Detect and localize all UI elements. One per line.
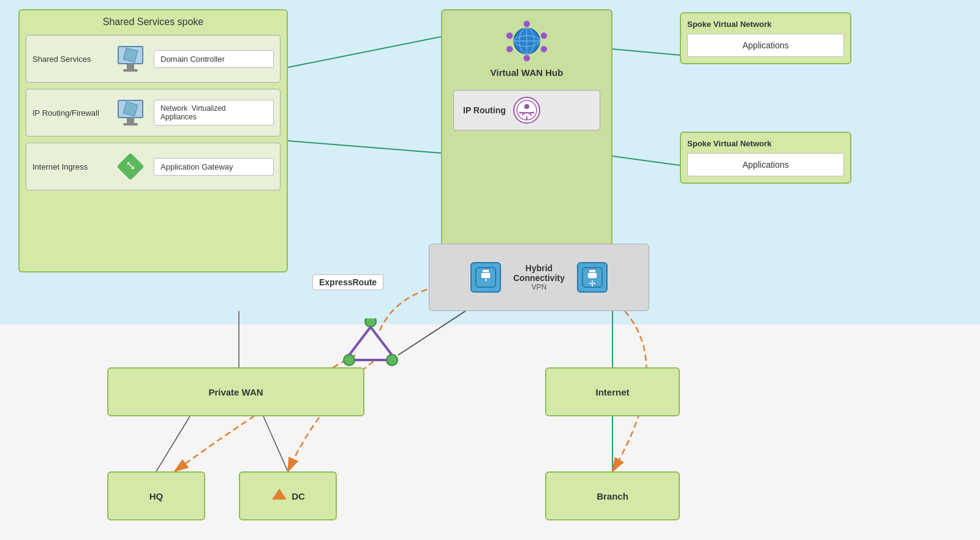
vwan-hub: Virtual WAN Hub IP Routing <box>441 9 612 272</box>
private-wan: Private WAN <box>107 367 364 416</box>
svg-line-44 <box>349 327 371 355</box>
svg-point-15 <box>541 32 548 39</box>
hybrid-center: HybridConnectivity VPN <box>513 263 565 291</box>
nva-label: Network VirtualizedAppliances <box>154 100 274 126</box>
vpn-icon-left: ✛ <box>470 262 501 293</box>
svg-point-42 <box>344 354 355 366</box>
service-label-shared: Shared Services <box>32 54 112 64</box>
vwan-title: Virtual WAN Hub <box>491 67 564 78</box>
shared-services-row: Shared Services Domain Controller <box>26 35 281 83</box>
svg-point-19 <box>507 32 513 39</box>
dc-arrow-icon <box>271 487 288 504</box>
hq-label: HQ <box>149 491 164 501</box>
monitor-icon-2 <box>112 94 149 131</box>
svg-point-26 <box>524 104 529 109</box>
svg-rect-36 <box>481 272 491 279</box>
applications-1: Applications <box>687 34 844 57</box>
expressroute-triangle-icon <box>343 318 398 370</box>
svg-marker-31 <box>532 111 534 114</box>
internet-label: Internet <box>595 387 629 397</box>
service-label-ip: IP Routing/Firewall <box>32 108 112 118</box>
shared-services-spoke: Shared Services spoke Shared Services Do… <box>18 9 288 272</box>
svg-marker-32 <box>526 118 528 120</box>
svg-rect-39 <box>587 272 597 279</box>
branch-label: Branch <box>597 491 628 501</box>
hybrid-connectivity: ✛ HybridConnectivity VPN ✛ <box>429 244 649 311</box>
vpn-label: VPN <box>532 283 547 291</box>
ip-routing-firewall-row: IP Routing/Firewall Network VirtualizedA… <box>26 89 281 137</box>
app-gateway-label: Application Gateway <box>154 158 274 176</box>
dc-label: DC <box>292 491 305 501</box>
branch-box: Branch <box>545 471 680 520</box>
svg-marker-47 <box>272 489 287 500</box>
svg-point-41 <box>365 318 376 327</box>
svg-point-17 <box>524 55 530 62</box>
vpn-icon-right: ✛ <box>577 262 608 293</box>
service-label-internet: Internet Ingress <box>32 162 112 171</box>
svg-marker-30 <box>519 111 522 114</box>
private-wan-label: Private WAN <box>208 387 263 397</box>
globe-icon <box>505 20 548 62</box>
ip-routing-label: IP Routing <box>463 105 506 115</box>
spoke-vnet-2-title: Spoke Virtual Network <box>687 139 844 148</box>
svg-line-45 <box>371 327 392 355</box>
svg-point-18 <box>507 46 513 53</box>
hq-box: HQ <box>107 471 205 520</box>
routing-icon <box>513 97 540 124</box>
dc-box: DC <box>239 471 337 520</box>
svg-point-14 <box>524 21 530 28</box>
svg-point-16 <box>541 46 548 53</box>
internet-ingress-row: Internet Ingress ⤡ Application Gateway <box>26 143 281 190</box>
svg-text:⤡: ⤡ <box>126 159 136 172</box>
spoke-vnet-1-title: Spoke Virtual Network <box>687 20 844 29</box>
monitor-icon-1 <box>112 40 149 77</box>
spoke-vnet-1: Spoke Virtual Network Applications <box>680 12 851 64</box>
hybrid-title: HybridConnectivity <box>513 263 565 283</box>
spoke-title: Shared Services spoke <box>26 17 281 28</box>
svg-text:✛: ✛ <box>589 279 596 288</box>
spoke-vnet-2: Spoke Virtual Network Applications <box>680 132 851 184</box>
expressroute-label: ExpressRoute <box>312 274 383 290</box>
internet-box: Internet <box>545 367 680 416</box>
domain-controller-label: Domain Controller <box>154 50 274 68</box>
diamond-icon: ⤡ <box>112 148 149 185</box>
ip-routing-box: IP Routing <box>453 90 600 130</box>
applications-2: Applications <box>687 153 844 176</box>
svg-point-43 <box>386 354 398 366</box>
